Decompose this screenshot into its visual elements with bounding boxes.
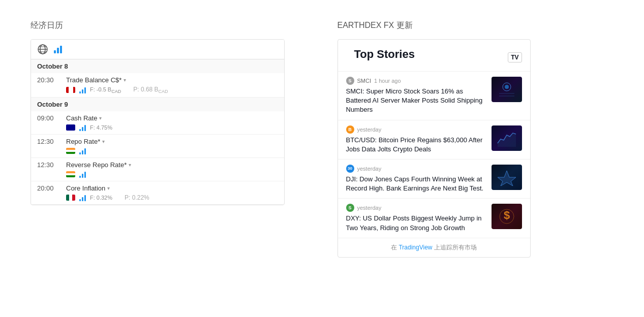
news-thumb-smci bbox=[492, 77, 522, 102]
flag-ca bbox=[66, 87, 75, 93]
prev-val: P: 0.68 BCAD bbox=[133, 86, 168, 94]
news-source-row-dxy: S yesterday bbox=[346, 204, 486, 212]
news-headline-dxy: DXY: US Dollar Posts Biggest Weekly Jump… bbox=[346, 214, 486, 232]
news-item-dji[interactable]: 30 yesterday DJI: Dow Jones Caps Fourth … bbox=[338, 159, 530, 198]
event-time-cash-rate: 09:00 bbox=[37, 114, 60, 122]
svg-rect-5 bbox=[54, 50, 56, 53]
signal-bars-core-inflation bbox=[79, 194, 86, 201]
news-headline-smci: SMCI: Super Micro Stock Soars 16% as Bat… bbox=[346, 87, 486, 115]
news-source-icon-smci: S bbox=[346, 77, 354, 85]
economic-calendar-section: 经济日历 bbox=[30, 20, 307, 297]
news-left-btc: B yesterday BTC/USD: Bitcoin Price Regai… bbox=[346, 125, 486, 154]
calendar-scroll[interactable]: October 8 20:30 Trade Balance C$* ▾ bbox=[31, 59, 284, 205]
event-time-rev-repo: 12:30 bbox=[37, 161, 60, 169]
news-thumb-dji bbox=[492, 165, 522, 190]
event-name-core-inflation[interactable]: Core Inflation ▾ bbox=[66, 184, 110, 192]
signal-bars bbox=[79, 86, 86, 93]
news-source-icon-btc: B bbox=[346, 125, 354, 134]
news-source-row-dji: 30 yesterday bbox=[346, 165, 486, 173]
chevron-down-icon: ▾ bbox=[124, 77, 126, 83]
news-source-name-smci: SMCI bbox=[357, 78, 372, 84]
tv-footer[interactable]: 在 TradingView 上追踪所有市场 bbox=[338, 238, 530, 257]
flag-in-repo bbox=[66, 148, 75, 154]
forecast-label: F: -0.5 BCAD bbox=[90, 86, 121, 94]
news-thumb-dxy: $ bbox=[492, 204, 522, 229]
news-item-btc[interactable]: B yesterday BTC/USD: Bitcoin Price Regai… bbox=[338, 120, 530, 159]
event-time-repo-rate: 12:30 bbox=[37, 138, 60, 145]
chevron-down-icon: ▾ bbox=[107, 185, 110, 191]
bars-icon[interactable] bbox=[52, 44, 64, 55]
news-time-smci: 1 hour ago bbox=[374, 78, 401, 84]
tv-tradingview-link[interactable]: TradingView bbox=[398, 244, 432, 251]
event-reverse-repo-rate: 12:30 Reverse Repo Rate* ▾ bbox=[31, 158, 284, 181]
tv-widget-header: Top Stories TV bbox=[338, 40, 530, 71]
flag-mx bbox=[66, 195, 75, 201]
event-time-core-inflation: 20:00 bbox=[37, 184, 60, 192]
news-source-icon-dxy: S bbox=[346, 204, 354, 212]
news-time-btc: yesterday bbox=[357, 126, 382, 133]
news-left-dxy: S yesterday DXY: US Dollar Posts Biggest… bbox=[346, 204, 486, 232]
calendar-header bbox=[31, 40, 284, 59]
svg-rect-7 bbox=[60, 46, 62, 53]
event-trade-balance: 20:30 Trade Balance C$* ▾ F: bbox=[31, 73, 284, 98]
event-cash-rate: 09:00 Cash Rate ▾ F: 4.75% bbox=[31, 111, 284, 135]
tv-widget: Top Stories TV S SMCI 1 hour ago SMCI: S… bbox=[338, 39, 531, 258]
signal-bars-rev-repo bbox=[79, 171, 86, 178]
event-time: 20:30 bbox=[37, 76, 60, 84]
event-repo-rate: 12:30 Repo Rate* ▾ bbox=[31, 135, 284, 158]
signal-bars-cash-rate bbox=[79, 124, 86, 131]
left-section-title: 经济日历 bbox=[30, 20, 307, 31]
globe-icon[interactable] bbox=[37, 44, 48, 55]
news-item-dxy[interactable]: S yesterday DXY: US Dollar Posts Biggest… bbox=[338, 198, 530, 237]
fx-update-section: EARTHDEX FX 更新 Top Stories TV S SMCI 1 h… bbox=[338, 20, 614, 297]
news-source-icon-dji: 30 bbox=[346, 165, 354, 173]
event-name-reverse-repo[interactable]: Reverse Repo Rate* ▾ bbox=[66, 161, 131, 169]
news-headline-btc: BTC/USD: Bitcoin Price Regains $63,000 A… bbox=[346, 136, 486, 154]
chevron-down-icon: ▾ bbox=[102, 139, 105, 144]
news-source-row-btc: B yesterday bbox=[346, 125, 486, 134]
right-section-title: EARTHDEX FX 更新 bbox=[338, 20, 614, 31]
tv-logo: TV bbox=[508, 52, 522, 62]
news-thumb-btc bbox=[492, 125, 522, 151]
flag-in-rev-repo bbox=[66, 171, 75, 177]
forecast-cash-rate: F: 4.75% bbox=[90, 124, 112, 131]
signal-bars-repo-rate bbox=[79, 147, 86, 154]
top-stories-title: Top Stories bbox=[346, 48, 423, 67]
tv-footer-text: 在 bbox=[391, 244, 398, 251]
event-name-cash-rate[interactable]: Cash Rate ▾ bbox=[66, 114, 102, 122]
news-item-smci[interactable]: S SMCI 1 hour ago SMCI: Super Micro Stoc… bbox=[338, 71, 530, 120]
chevron-down-icon: ▾ bbox=[99, 115, 102, 121]
prev-core-inflation: P: 0.22% bbox=[125, 194, 149, 201]
news-source-row-smci: S SMCI 1 hour ago bbox=[346, 77, 486, 85]
tv-logo-text: TV bbox=[511, 54, 518, 61]
event-name-repo-rate[interactable]: Repo Rate* ▾ bbox=[66, 138, 105, 145]
news-time-dji: yesterday bbox=[357, 166, 382, 172]
svg-marker-12 bbox=[498, 171, 516, 186]
event-name-trade-balance[interactable]: Trade Balance C$* ▾ bbox=[66, 76, 126, 84]
date-header-oct9: October 9 bbox=[31, 98, 284, 111]
news-time-dxy: yesterday bbox=[357, 205, 382, 211]
svg-rect-6 bbox=[57, 48, 59, 53]
date-header-oct8: October 8 bbox=[31, 59, 284, 73]
news-left-smci: S SMCI 1 hour ago SMCI: Super Micro Stoc… bbox=[346, 77, 486, 115]
calendar-widget: October 8 20:30 Trade Balance C$* ▾ bbox=[30, 39, 285, 205]
tv-footer-text2: 上追踪所有市场 bbox=[433, 244, 477, 251]
flag-au bbox=[66, 124, 75, 131]
svg-text:$: $ bbox=[503, 209, 509, 221]
svg-point-9 bbox=[505, 85, 509, 89]
chevron-down-icon: ▾ bbox=[129, 162, 131, 168]
news-left-dji: 30 yesterday DJI: Dow Jones Caps Fourth … bbox=[346, 165, 486, 193]
forecast-core-inflation: F: 0.32% bbox=[90, 195, 112, 201]
event-core-inflation: 20:00 Core Inflation ▾ F: 0. bbox=[31, 181, 284, 205]
news-headline-dji: DJI: Dow Jones Caps Fourth Winning Week … bbox=[346, 175, 486, 193]
